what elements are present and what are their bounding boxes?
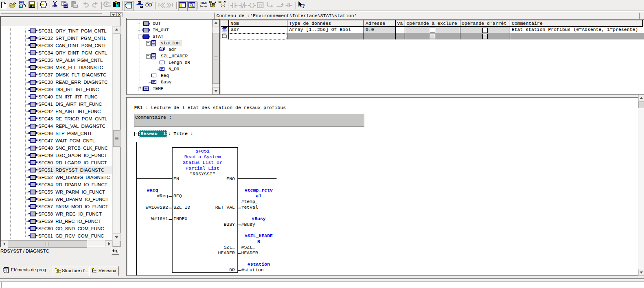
svg-text:10: 10 [108, 4, 111, 7]
svg-text:01: 01 [108, 2, 111, 4]
svg-text:HH-O: HH-O [201, 2, 207, 5]
svg-text:!: ! [158, 2, 160, 9]
svg-text:?: ? [302, 3, 305, 9]
svg-text:!: ! [172, 2, 174, 9]
svg-text:??: ?? [258, 3, 263, 7]
